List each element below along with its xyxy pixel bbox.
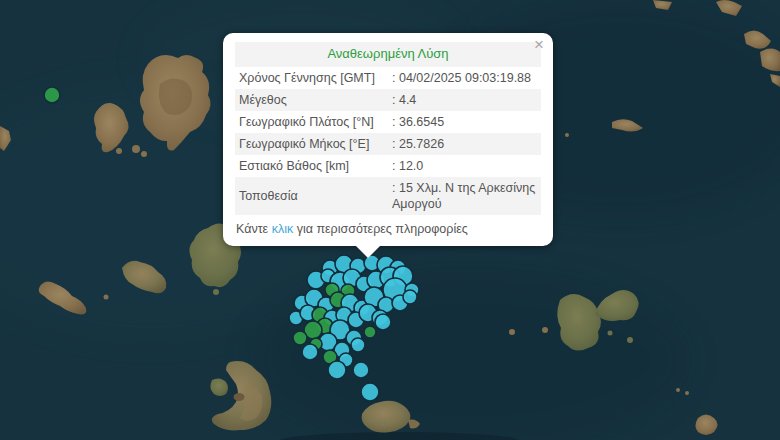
earthquake-popup: × Αναθεωρημένη Λύση Χρόνος Γέννησης [GMT…	[223, 33, 553, 246]
earthquake-marker[interactable]	[361, 383, 379, 401]
map-canvas[interactable]: × Αναθεωρημένη Λύση Χρόνος Γέννησης [GMT…	[0, 0, 780, 440]
popup-row: Τοποθεσία: 15 Χλμ. Ν της Αρκεσίνης Αμοργ…	[235, 177, 541, 215]
islet-caldera	[234, 393, 245, 401]
islet	[608, 331, 613, 336]
earthquake-marker[interactable]	[375, 314, 391, 330]
popup-row: Χρόνος Γέννησης [GMT]: 04/02/2025 09:03:…	[235, 67, 541, 89]
islet	[213, 289, 219, 295]
islet	[676, 388, 680, 392]
footer-text: Κάντε	[236, 222, 272, 236]
islet	[685, 391, 689, 395]
row-value: : 15 Χλμ. Ν της Αρκεσίνης Αμοργού	[388, 177, 541, 215]
row-value: : 04/02/2025 09:03:19.88	[388, 67, 541, 89]
row-value: : 4.4	[388, 89, 541, 111]
earthquake-marker[interactable]	[364, 326, 376, 338]
islet	[565, 133, 569, 137]
popup-row: Εστιακό Βάθος [km]: 12.0	[235, 155, 541, 177]
earthquake-marker[interactable]	[403, 290, 417, 304]
more-info-link[interactable]: κλικ	[272, 222, 294, 236]
popup-row: Γεωγραφικό Μήκος [°E]: 25.7826	[235, 133, 541, 155]
popup-table: Αναθεωρημένη Λύση Χρόνος Γέννησης [GMT]:…	[235, 42, 541, 215]
islet	[141, 151, 147, 157]
row-value: : 12.0	[388, 155, 541, 177]
earthquake-marker[interactable]	[353, 362, 369, 378]
popup-footer: Κάντε κλικ για περισσότερες πληροφορίες	[235, 215, 541, 239]
row-label: Μέγεθος	[235, 89, 388, 111]
earthquake-marker[interactable]	[328, 361, 346, 379]
row-value: : 25.7826	[388, 133, 541, 155]
popup-row: Μέγεθος: 4.4	[235, 89, 541, 111]
earthquake-marker[interactable]	[302, 344, 318, 360]
islet	[104, 295, 109, 300]
row-label: Τοποθεσία	[235, 177, 388, 215]
islet	[542, 327, 548, 333]
islet	[509, 329, 515, 335]
close-icon[interactable]: ×	[532, 34, 546, 55]
row-label: Εστιακό Βάθος [km]	[235, 155, 388, 177]
row-label: Γεωγραφικό Πλάτος [°N]	[235, 111, 388, 133]
islet	[627, 337, 633, 343]
footer-text: για περισσότερες πληροφορίες	[293, 222, 468, 236]
earthquake-marker[interactable]	[293, 331, 307, 345]
row-value: : 36.6545	[388, 111, 541, 133]
earthquake-marker[interactable]	[44, 87, 60, 103]
popup-row: Γεωγραφικό Πλάτος [°N]: 36.6545	[235, 111, 541, 133]
row-label: Χρόνος Γέννησης [GMT]	[235, 67, 388, 89]
popup-title: Αναθεωρημένη Λύση	[235, 42, 541, 67]
islet	[132, 145, 140, 153]
earthquake-marker[interactable]	[351, 338, 365, 352]
row-label: Γεωγραφικό Μήκος [°E]	[235, 133, 388, 155]
islet	[116, 148, 122, 154]
